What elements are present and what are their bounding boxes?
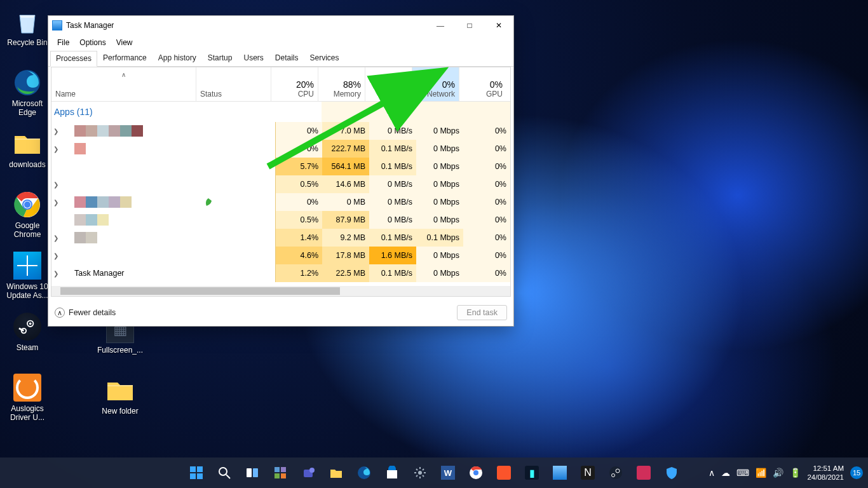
wifi-icon[interactable]: 📶 [756, 468, 766, 478]
tab-details[interactable]: Details [269, 50, 304, 66]
process-icon [60, 214, 71, 226]
gpu-cell: 0% [463, 175, 510, 193]
taskbar-taskmgr-icon[interactable] [547, 460, 573, 485]
taskbar-app3-icon[interactable] [631, 460, 656, 485]
expand-caret-icon[interactable]: ❯ [51, 252, 60, 259]
task-manager-window: Task Manager — □ ✕ FileOptionsView Proce… [48, 15, 514, 327]
taskbar-taskview-icon[interactable] [240, 460, 265, 485]
steam-icon [12, 311, 43, 342]
menu-view[interactable]: View [111, 36, 138, 49]
taskbar-clock[interactable]: 12:51 AM 24/08/2021 [807, 464, 844, 482]
col-network[interactable]: 0%Network [412, 67, 459, 101]
onedrive-icon[interactable]: ☁ [721, 468, 730, 478]
tab-processes[interactable]: Processes [50, 51, 97, 67]
svg-point-28 [609, 466, 622, 479]
gpu-cell: 0% [463, 247, 510, 264]
tab-startup[interactable]: Startup [202, 50, 238, 66]
taskbar-steam-icon[interactable] [603, 460, 628, 485]
end-task-button[interactable]: End task [457, 305, 507, 320]
taskbar-settings-icon[interactable] [407, 460, 433, 485]
chevron-up-icon: ∧ [55, 308, 65, 318]
scrollbar-thumb[interactable] [60, 287, 340, 295]
disk-cell: 0 MB/s [369, 193, 416, 211]
process-row[interactable]: ❯ Task Manager 1.2% 22.5 MB 0.1 MB/s 0 M… [51, 264, 510, 282]
maximize-button[interactable]: □ [455, 16, 484, 35]
cpu-cell: 0% [275, 122, 322, 140]
desktop-icon-label: Recycle Bin [7, 38, 47, 47]
horizontal-scrollbar[interactable] [51, 286, 510, 296]
taskbar-security-icon[interactable] [659, 460, 684, 485]
process-icon [60, 179, 71, 190]
desktop-icon-recycle-bin[interactable]: Recycle Bin [3, 4, 52, 65]
tab-app-history[interactable]: App history [153, 50, 202, 66]
process-row[interactable]: 0.5% 87.9 MB 0 MB/s 0 Mbps 0% [51, 211, 510, 229]
network-cell: 0 Mbps [416, 247, 463, 264]
process-row[interactable]: ❯ 0% 7.0 MB 0 MB/s 0 Mbps 0% [51, 122, 510, 140]
desktop-icon-label: Windows 10 Update As... [3, 282, 52, 300]
memory-cell: 87.9 MB [322, 211, 369, 229]
taskbar-word-icon[interactable]: W [435, 460, 461, 485]
expand-caret-icon[interactable]: ❯ [51, 234, 60, 241]
col-status[interactable]: Status [196, 67, 271, 101]
tray-chevron-icon[interactable]: ∧ [709, 468, 715, 478]
menu-file[interactable]: File [52, 36, 74, 49]
memory-cell: 9.2 MB [322, 229, 369, 247]
col-name[interactable]: ∧ Name [51, 67, 196, 101]
process-row[interactable]: ❯ 0% 0 MB 0 MB/s 0 Mbps 0% [51, 193, 510, 211]
desktop-icon-win10-update[interactable]: Windows 10 Update As... [3, 248, 52, 309]
svg-rect-17 [275, 467, 280, 472]
expand-caret-icon[interactable]: ❯ [51, 181, 60, 188]
window-title: Task Manager [66, 21, 426, 30]
menu-options[interactable]: Options [74, 36, 111, 49]
desktop-icon-label: downloads [9, 160, 45, 169]
keyboard-icon[interactable]: ⌨ [736, 468, 749, 478]
desktop-icon-edge[interactable]: Microsoft Edge [3, 65, 52, 126]
taskbar-app1-icon[interactable]: ▮ [519, 460, 545, 485]
taskbar-store-icon[interactable] [379, 460, 405, 485]
desktop-icon-auslogics[interactable]: Auslogics Driver U... [3, 370, 52, 431]
tab-users[interactable]: Users [238, 50, 269, 66]
group-apps[interactable]: Apps (11) [51, 102, 510, 122]
gpu-cell: 0% [463, 193, 510, 211]
process-row[interactable]: 5.7% 564.1 MB 0.1 MB/s 0 Mbps 0% [51, 158, 510, 175]
volume-icon[interactable]: 🔊 [773, 468, 783, 478]
desktop-icon-chrome[interactable]: Google Chrome [3, 187, 52, 248]
svg-rect-15 [247, 468, 252, 477]
fewer-details-toggle[interactable]: ∧ Fewer details [55, 308, 116, 318]
battery-icon[interactable]: 🔋 [790, 468, 801, 478]
network-cell: 0.1 Mbps [416, 229, 463, 247]
col-disk[interactable]: 34%Disk [365, 67, 412, 101]
minimize-button[interactable]: — [426, 16, 455, 35]
redacted-name [74, 143, 204, 154]
desktop-icon-downloads[interactable]: downloads [3, 126, 52, 187]
tab-performance[interactable]: Performance [97, 50, 153, 66]
col-gpu[interactable]: 0%GPU [459, 67, 506, 101]
memory-cell: 7.0 MB [322, 122, 369, 140]
taskbar-chrome-icon[interactable] [463, 460, 489, 485]
col-memory[interactable]: 88%Memory [318, 67, 365, 101]
taskbar-start-icon[interactable] [184, 460, 209, 485]
taskbar-search-icon[interactable] [212, 460, 237, 485]
notifications-badge[interactable]: 15 [850, 466, 863, 479]
taskbar-explorer-icon[interactable] [323, 460, 349, 485]
col-cpu[interactable]: 20%CPU [271, 67, 318, 101]
taskbar-widgets-icon[interactable] [268, 460, 293, 485]
process-row[interactable]: ❯ 0% 222.7 MB 0.1 MB/s 0 Mbps 0% [51, 140, 510, 158]
memory-cell: 222.7 MB [322, 140, 369, 158]
tab-services[interactable]: Services [304, 50, 345, 66]
taskbar-brave-icon[interactable] [491, 460, 517, 485]
expand-caret-icon[interactable]: ❯ [51, 128, 60, 135]
titlebar[interactable]: Task Manager — □ ✕ [48, 16, 513, 35]
desktop-icon-steam[interactable]: Steam [3, 309, 52, 370]
expand-caret-icon[interactable]: ❯ [51, 199, 60, 206]
taskbar-app2-icon[interactable]: N [575, 460, 600, 485]
expand-caret-icon[interactable]: ❯ [51, 146, 60, 152]
taskbar-teams-icon[interactable] [295, 460, 321, 485]
process-row[interactable]: ❯ 1.4% 9.2 MB 0.1 MB/s 0.1 Mbps 0% [51, 229, 510, 247]
desktop-icon-newfolder[interactable]: New folder [95, 372, 145, 433]
expand-caret-icon[interactable]: ❯ [51, 270, 60, 277]
close-button[interactable]: ✕ [484, 16, 513, 35]
process-row[interactable]: ❯ 0.5% 14.6 MB 0 MB/s 0 Mbps 0% [51, 175, 510, 193]
taskbar-edge-icon[interactable] [351, 460, 377, 485]
process-row[interactable]: ❯ 4.6% 17.8 MB 1.6 MB/s 0 Mbps 0% [51, 247, 510, 264]
